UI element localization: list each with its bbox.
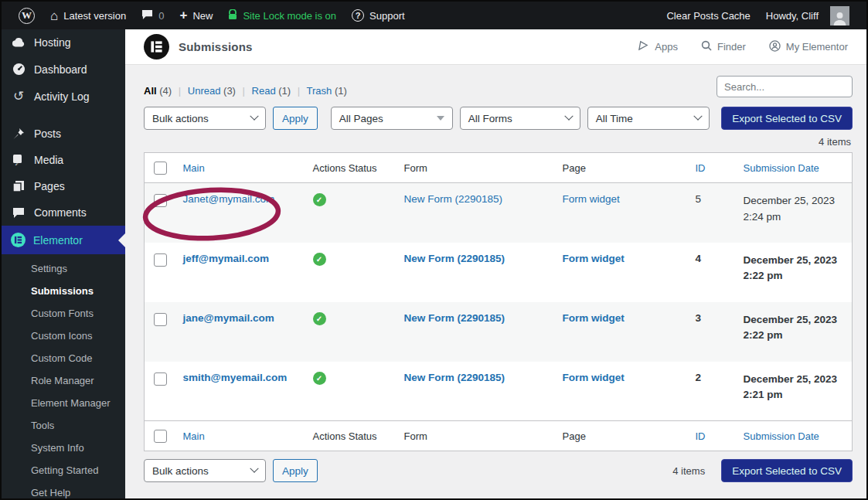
all-pages-select[interactable]: All Pages (331, 107, 453, 130)
site-name-link[interactable]: ⌂ Latest version (43, 2, 134, 29)
all-forms-label: All Forms (468, 113, 557, 124)
sidebar-item-media[interactable]: ♪ Media (2, 147, 125, 173)
sidebar-item-hosting[interactable]: Hosting (2, 29, 125, 56)
finder-link[interactable]: Finder (701, 40, 746, 53)
bulk-actions-select[interactable]: Bulk actions (144, 107, 266, 130)
row-checkbox[interactable] (154, 194, 167, 207)
howdy-label: Howdy, Cliff (766, 10, 819, 22)
sidebar-item-label: Media (34, 154, 63, 166)
sidebar-item-label: Pages (34, 180, 65, 192)
clear-posts-cache-button[interactable]: Clear Posts Cache (659, 10, 757, 22)
sidebar-item-comments[interactable]: Comments (2, 199, 125, 226)
view-trash[interactable]: Trash (307, 85, 332, 97)
column-submission-date[interactable]: Submission Date (736, 153, 853, 183)
submenu-settings[interactable]: Settings (2, 257, 125, 280)
comments-admin-link[interactable]: 0 (134, 2, 172, 29)
bulk-actions-select-bottom[interactable]: Bulk actions (144, 459, 266, 482)
row-checkbox[interactable] (154, 313, 167, 326)
account-menu[interactable]: Howdy, Cliff (758, 6, 857, 26)
page-link[interactable]: Form widget (563, 372, 625, 383)
column-form: Form (397, 153, 555, 183)
column-submission-date[interactable]: Submission Date (736, 421, 853, 451)
column-actions-status: Actions Status (305, 421, 397, 451)
sidebar-item-elementor[interactable]: Elementor (2, 226, 125, 254)
sidebar-item-label: Dashboard (34, 63, 87, 76)
submission-link[interactable]: smith@myemail.com (183, 372, 288, 383)
submenu-getting-started[interactable]: Getting Started (2, 459, 125, 481)
wordpress-logo-icon: W (19, 8, 35, 24)
apps-link[interactable]: Apps (638, 40, 678, 53)
row-checkbox[interactable] (154, 372, 167, 386)
submission-link[interactable]: jane@mymail.com (183, 312, 274, 324)
sidebar-item-dashboard[interactable]: Dashboard (2, 56, 125, 83)
sidebar-item-label: Elementor (33, 234, 83, 247)
bulk-actions-label: Bulk actions (152, 465, 242, 477)
submission-link[interactable]: Janet@mymail.com (183, 193, 275, 205)
submenu-element-manager[interactable]: Element Manager (2, 392, 125, 414)
chevron-down-icon (250, 464, 258, 473)
main-content: Submissions Apps Finder My Elementor (125, 29, 866, 498)
all-forms-select[interactable]: All Forms (460, 107, 580, 130)
column-id[interactable]: ID (688, 153, 736, 183)
table-footer-row: Main Actions Status Form Page ID Submiss… (145, 421, 853, 451)
search-input[interactable] (717, 76, 853, 97)
my-elementor-link[interactable]: My Elementor (769, 40, 848, 54)
view-read[interactable]: Read (252, 85, 276, 97)
wordpress-menu[interactable]: W (11, 2, 43, 29)
submission-link[interactable]: jeff@mymail.com (183, 253, 269, 264)
form-link[interactable]: New Form (2290185) (404, 193, 503, 205)
sitelock-label: Site Lock mode is on (243, 10, 336, 22)
comment-bubble-icon (141, 9, 153, 22)
all-time-select[interactable]: All Time (587, 107, 710, 130)
apps-icon (638, 40, 649, 53)
submenu-tools[interactable]: Tools (2, 414, 125, 437)
new-content-link[interactable]: + New (172, 2, 220, 29)
dashboard-icon (11, 63, 26, 76)
status-success-icon (313, 253, 326, 266)
sidebar-item-pages[interactable]: Pages (2, 173, 125, 199)
page-title: Submissions (179, 40, 253, 53)
view-unread[interactable]: Unread (188, 85, 221, 97)
new-label: New (192, 10, 213, 22)
page-link[interactable]: Form widget (563, 193, 620, 205)
submission-date: December 25, 2023 2:21 pm (736, 362, 853, 421)
elementor-submenu: Settings Submissions Custom Fonts Custom… (2, 254, 125, 500)
view-all[interactable]: All (144, 85, 157, 97)
comments-icon (11, 207, 26, 219)
svg-text:♪: ♪ (15, 158, 19, 166)
page-link[interactable]: Form widget (563, 312, 625, 324)
view-all-count: (4) (159, 85, 172, 97)
form-link[interactable]: New Form (2290185) (404, 372, 505, 383)
select-all-checkbox[interactable] (154, 430, 167, 443)
column-main[interactable]: Main (175, 421, 305, 451)
page-link[interactable]: Form widget (563, 253, 625, 264)
time-text: 2:22 pm (744, 328, 845, 344)
lock-icon (228, 9, 237, 22)
sidebar-item-activity-log[interactable]: ↺ Activity Log (2, 83, 125, 110)
row-checkbox[interactable] (154, 253, 167, 267)
submission-date: December 25, 2023 2:22 pm (736, 243, 853, 302)
apply-button[interactable]: Apply (273, 107, 318, 130)
submenu-submissions[interactable]: Submissions (2, 280, 125, 302)
form-link[interactable]: New Form (2290185) (404, 312, 505, 324)
export-csv-button[interactable]: Export Selected to CSV (721, 107, 853, 130)
submenu-get-help[interactable]: Get Help (2, 481, 125, 500)
question-icon: ? (352, 9, 364, 22)
submenu-system-info[interactable]: System Info (2, 437, 125, 459)
time-text: 2:22 pm (744, 268, 845, 284)
items-count-bottom: 4 items (672, 465, 705, 477)
column-id[interactable]: ID (688, 421, 736, 451)
sidebar-item-posts[interactable]: Posts (2, 121, 125, 147)
select-all-checkbox[interactable] (154, 162, 167, 175)
submenu-custom-icons[interactable]: Custom Icons (2, 325, 125, 347)
support-link[interactable]: ? Support (344, 2, 413, 29)
export-csv-button-bottom[interactable]: Export Selected to CSV (721, 459, 853, 482)
submenu-custom-fonts[interactable]: Custom Fonts (2, 302, 125, 325)
column-main[interactable]: Main (175, 153, 305, 183)
form-link[interactable]: New Form (2290185) (404, 253, 505, 264)
submenu-custom-code[interactable]: Custom Code (2, 347, 125, 369)
sitelock-status[interactable]: Site Lock mode is on (220, 2, 344, 29)
submenu-role-manager[interactable]: Role Manager (2, 369, 125, 392)
apply-button-bottom[interactable]: Apply (273, 459, 318, 482)
all-pages-label: All Pages (339, 113, 427, 124)
